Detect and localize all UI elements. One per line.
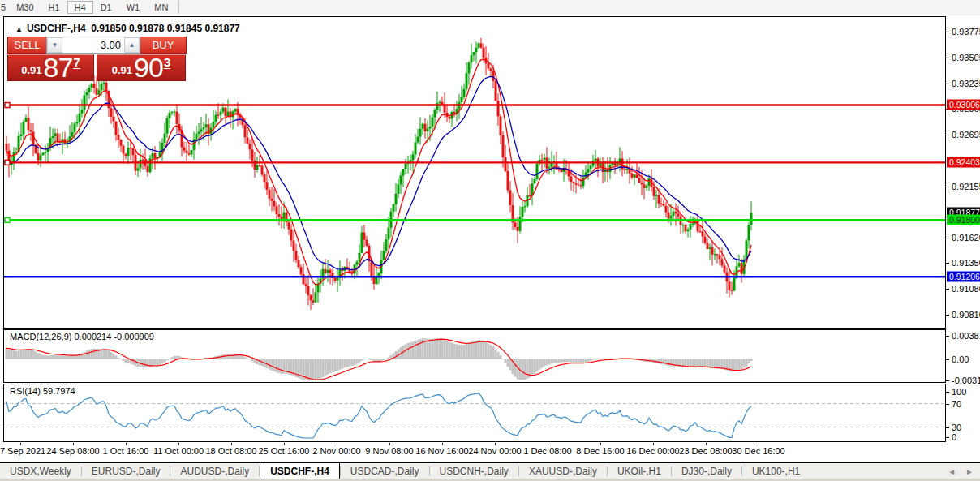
sell-price-prefix: 0.91: [21, 64, 41, 76]
price-tick: [946, 263, 949, 264]
price-level-badge: 0.93006: [947, 100, 980, 110]
buy-price-prefix: 0.91: [112, 64, 132, 76]
chart-tab-ukoil-h1[interactable]: UKOil-,H1: [608, 463, 671, 479]
volume-spinner: ▼ 3.00 ▲: [46, 37, 140, 54]
time-label: 1 Oct 16:00: [103, 446, 149, 456]
time-tick: [73, 443, 74, 445]
rsi-tick: [946, 392, 949, 393]
price-label: 0.92155: [952, 182, 980, 191]
time-tick: [178, 443, 179, 445]
price-tick: [946, 84, 949, 84]
price-level-badge: 0.91800: [947, 215, 980, 225]
time-label: 24 Nov 00:00: [468, 446, 521, 456]
chart-tab-uk100-h1[interactable]: UK100-,H1: [742, 463, 810, 479]
line-anchor-marker: [5, 103, 10, 108]
time-label: 2 Nov 00:00: [312, 446, 360, 456]
chart-ohlc-values: 0.91850 0.91878 0.91845 0.91877: [91, 23, 240, 34]
line-anchor-marker: [5, 217, 10, 222]
rsi-indicator-panel[interactable]: RSI(14) 59.7974: [3, 384, 946, 442]
chart-header: ▲USDCHF-,H4 0.91850 0.91878 0.91845 0.91…: [15, 23, 240, 34]
rsi-axis-label: 100: [952, 387, 966, 397]
time-label: 8 Dec 16:00: [576, 446, 624, 456]
time-label: 23 Dec 08:00: [679, 446, 732, 456]
macd-tick: [946, 359, 949, 360]
timeframe-button-h4[interactable]: H4: [67, 1, 93, 14]
tab-scroll-left-icon[interactable]: ◄: [948, 467, 956, 476]
chart-tab-xauusd-daily[interactable]: XAUUSD-,Daily: [519, 463, 607, 479]
main-chart-panel[interactable]: ▲USDCHF-,H4 0.91850 0.91878 0.91845 0.91…: [3, 16, 946, 329]
time-tick: [759, 443, 759, 445]
chart-tab-eurusd-daily[interactable]: EURUSD-,Daily: [82, 463, 170, 479]
sell-price-display[interactable]: 0.91 87 7: [7, 54, 94, 81]
price-tick: [946, 58, 949, 58]
time-tick: [442, 443, 443, 445]
time-tick: [706, 443, 707, 445]
sell-price-big-digits: 87: [44, 55, 73, 79]
rsi-tick: [946, 404, 949, 405]
sell-button[interactable]: SELL: [7, 37, 46, 54]
sell-price-pip-digit: 7: [73, 57, 80, 69]
timeframe-button-d1[interactable]: D1: [93, 1, 119, 14]
toolbar-divider: [178, 1, 179, 14]
volume-increase-icon[interactable]: ▲: [124, 37, 140, 53]
macd-axis-label: 0.00: [952, 354, 969, 364]
price-tick: [946, 135, 949, 135]
rsi-axis-label: 70: [952, 399, 961, 409]
price-axis[interactable]: 0.937750.935050.932350.929650.926950.921…: [946, 16, 980, 443]
timeframe-button-mn[interactable]: MN: [147, 1, 175, 14]
timeframe-button-w1[interactable]: W1: [119, 1, 148, 14]
rsi-chart[interactable]: [4, 384, 945, 441]
time-label: 17 Sep 2021: [0, 446, 45, 456]
timeframe-button-h1[interactable]: H1: [41, 1, 67, 14]
macd-tick: [946, 336, 949, 337]
time-label: 16 Dec 00:00: [626, 446, 679, 456]
time-tick: [126, 443, 127, 445]
chart-tab-usdcnh-daily[interactable]: USDCNH-,Daily: [430, 463, 518, 479]
collapse-triangle-icon[interactable]: ▲: [15, 25, 23, 33]
price-tick: [946, 32, 949, 32]
tab-scroll-right-icon[interactable]: ►: [965, 467, 974, 476]
volume-decrease-icon[interactable]: ▼: [47, 37, 62, 53]
time-tick: [389, 443, 390, 445]
one-click-trading-panel: SELL ▼ 3.00 ▲ BUY 0.91 87 7 0.91 90 3: [7, 37, 187, 81]
price-label: 0.93505: [952, 53, 980, 62]
chart-tab-audusd-daily[interactable]: AUDUSD-,Daily: [170, 463, 259, 479]
rsi-line: [6, 393, 751, 438]
tab-scroll-arrows: ◄ ►: [948, 463, 980, 479]
time-label: 25 Oct 16:00: [259, 446, 310, 456]
line-anchor-marker: [5, 160, 10, 165]
time-tick: [600, 443, 601, 445]
time-tick: [495, 443, 496, 445]
chart-tab-dj30-daily[interactable]: DJ30-,Daily: [672, 463, 741, 479]
price-tick: [946, 315, 949, 316]
timeframe-button-5[interactable]: 5: [0, 1, 9, 14]
time-label: 30 Dec 16:00: [732, 446, 784, 456]
volume-input[interactable]: 3.00: [62, 37, 124, 53]
time-label: 1 Dec 08:00: [523, 446, 571, 456]
time-label: 18 Oct 08:00: [206, 446, 257, 456]
macd-tick: [946, 380, 949, 381]
time-label: 24 Sep 08:00: [46, 446, 99, 456]
time-label: 16 Nov 16:00: [415, 446, 468, 456]
price-label: 0.90810: [952, 310, 980, 320]
rsi-axis-label: 0: [952, 432, 956, 442]
buy-price-big-digits: 90: [134, 55, 163, 79]
chart-tab-usdchf-h4[interactable]: USDCHF-,H4: [260, 462, 340, 479]
time-tick: [337, 443, 337, 445]
macd-indicator-panel[interactable]: MACD(12,26,9) 0.000214 -0.000909: [3, 329, 946, 383]
chart-tab-bar: USDX,WeeklyEURUSD-,DailyAUDUSD-,DailyUSD…: [0, 462, 980, 479]
macd-histogram: [6, 338, 753, 380]
chart-tab-usdcad-daily[interactable]: USDCAD-,Daily: [341, 463, 429, 479]
chart-tab-usdx-weekly[interactable]: USDX,Weekly: [0, 463, 81, 479]
price-label: 0.91080: [952, 284, 980, 294]
buy-price-pip-digit: 3: [164, 57, 170, 69]
timeframe-toolbar: 5M30H1H4D1W1MN: [0, 0, 980, 15]
timeframe-button-m30[interactable]: M30: [9, 1, 41, 14]
time-label: 11 Oct 00:00: [153, 446, 204, 456]
buy-price-display[interactable]: 0.91 90 3: [97, 54, 186, 81]
buy-button[interactable]: BUY: [140, 37, 187, 54]
rsi-label: RSI(14) 59.7974: [10, 386, 75, 396]
price-label: 0.93235: [952, 79, 980, 88]
trading-platform-window: 5M30H1H4D1W1MN ▲USDCHF-,H4 0.91850 0.918…: [0, 0, 980, 481]
time-axis[interactable]: 17 Sep 202124 Sep 08:001 Oct 16:0011 Oct…: [0, 443, 946, 462]
